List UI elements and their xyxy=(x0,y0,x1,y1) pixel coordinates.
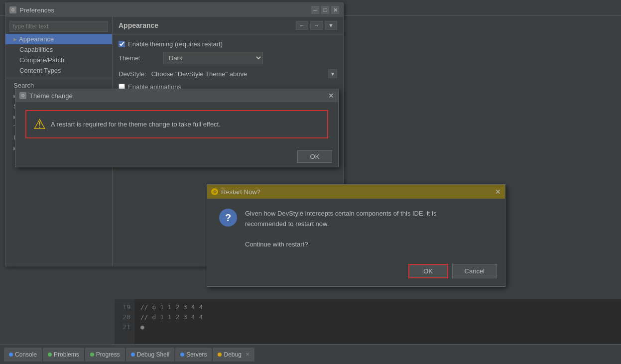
pref-back-button[interactable]: ← xyxy=(296,21,308,30)
tab-progress[interactable]: Progress xyxy=(85,348,125,362)
problems-dot-icon xyxy=(48,353,52,357)
sidebar-item-search-label: Search xyxy=(13,82,34,89)
pref-forward-button[interactable]: → xyxy=(310,21,323,30)
devstyle-value: Choose "DevStyle Theme" above xyxy=(151,70,248,78)
restart-title-left: ⚙ Restart Now? xyxy=(211,188,260,196)
sidebar-item-capabilities-label: Capabilities xyxy=(19,46,53,53)
enable-theming-label: Enable theming (requires restart) xyxy=(128,40,223,48)
window-controls: ─ □ ✕ xyxy=(311,6,339,14)
tab-progress-label: Progress xyxy=(96,351,120,358)
restart-close-button[interactable]: ✕ xyxy=(495,188,501,196)
theme-change-icon: ⚙ xyxy=(19,92,26,99)
warning-text: A restart is required for the theme chan… xyxy=(51,121,221,128)
sidebar-item-capabilities[interactable]: Capabilities xyxy=(5,44,112,55)
search-area xyxy=(5,19,112,34)
console-dot-icon xyxy=(9,353,13,357)
line-numbers: 19 20 21 xyxy=(115,299,134,344)
tab-debug-close-icon[interactable]: ✕ xyxy=(246,352,249,357)
expand-arrow-icon: ▶ xyxy=(13,37,17,42)
restart-gear-icon: ⚙ xyxy=(211,188,218,195)
minimize-button[interactable]: ─ xyxy=(311,6,319,14)
restart-text: Given how DevStyle intercepts certain co… xyxy=(245,209,436,250)
sidebar-item-content-types[interactable]: Content Types xyxy=(5,65,112,76)
theme-change-title: Theme change xyxy=(29,92,73,100)
pref-header: Appearance ← → ▼ xyxy=(113,17,343,34)
restart-line3: Continue with restart? xyxy=(245,240,436,250)
close-window-button[interactable]: ✕ xyxy=(331,6,339,14)
warning-box: ⚠ A restart is required for the theme ch… xyxy=(25,110,328,138)
debug-dot-icon xyxy=(218,353,222,357)
enable-theming-row: Enable theming (requires restart) xyxy=(119,40,337,48)
scroll-down-button[interactable]: ▼ xyxy=(328,69,337,78)
question-mark-icon: ? xyxy=(219,209,237,227)
preferences-title-left: ⚙ Preferences xyxy=(9,6,54,14)
restart-title: Restart Now? xyxy=(221,188,260,196)
maximize-button[interactable]: □ xyxy=(321,6,329,14)
pref-dropdown-button[interactable]: ▼ xyxy=(325,21,337,30)
tab-problems-label: Problems xyxy=(54,351,79,358)
theme-row: Theme: Dark Light Default xyxy=(119,52,337,64)
restart-titlebar: ⚙ Restart Now? ✕ xyxy=(207,185,505,199)
theme-select[interactable]: Dark Light Default xyxy=(163,52,263,64)
theme-change-dialog: ⚙ Theme change ✕ ⚠ A restart is required… xyxy=(15,89,339,167)
servers-dot-icon xyxy=(180,353,184,357)
restart-footer: OK Cancel xyxy=(207,260,505,286)
devstyle-label: DevStyle: xyxy=(119,70,146,78)
tab-debug-shell-label: Debug Shell xyxy=(137,351,169,358)
theme-change-close-button[interactable]: ✕ xyxy=(328,92,334,100)
progress-dot-icon xyxy=(90,353,94,357)
code-editor: 19 20 21 // o 1 1 2 3 4 4 // d 1 1 2 3 4… xyxy=(115,299,621,344)
warning-triangle-icon: ⚠ xyxy=(33,116,46,132)
restart-line2: recommended to restart now. xyxy=(245,219,436,230)
enable-theming-checkbox[interactable] xyxy=(119,41,125,47)
theme-label: Theme: xyxy=(119,54,158,62)
restart-ok-button[interactable]: OK xyxy=(408,264,448,278)
theme-change-title-left: ⚙ Theme change xyxy=(19,92,73,100)
sidebar-item-content-types-label: Content Types xyxy=(19,67,61,74)
tab-servers-label: Servers xyxy=(186,351,207,358)
code-content: // o 1 1 2 3 4 4 // d 1 1 2 3 4 4 ● xyxy=(134,299,209,344)
preferences-titlebar: ⚙ Preferences ─ □ ✕ xyxy=(5,3,343,17)
devstyle-row: DevStyle: Choose "DevStyle Theme" above … xyxy=(119,69,337,78)
tab-servers[interactable]: Servers xyxy=(175,348,212,362)
tab-debug-shell[interactable]: Debug Shell xyxy=(126,348,174,362)
sidebar-item-compare-patch-label: Compare/Patch xyxy=(19,56,64,64)
theme-change-ok-button[interactable]: OK xyxy=(297,150,332,163)
restart-body: ? Given how DevStyle intercepts certain … xyxy=(207,199,505,260)
preferences-title: Preferences xyxy=(19,6,54,14)
debug-shell-dot-icon xyxy=(131,353,135,357)
tab-problems[interactable]: Problems xyxy=(43,348,84,362)
preferences-window-icon: ⚙ xyxy=(9,6,16,13)
restart-cancel-button[interactable]: Cancel xyxy=(452,264,497,278)
pref-section-title: Appearance xyxy=(119,21,158,29)
search-input[interactable] xyxy=(9,21,108,32)
sidebar-item-appearance-label: Appearance xyxy=(19,35,54,43)
theme-change-titlebar: ⚙ Theme change ✕ xyxy=(15,89,338,102)
bottom-tabs-bar: Console Problems Progress Debug Shell Se… xyxy=(0,344,621,364)
theme-change-body: ⚠ A restart is required for the theme ch… xyxy=(15,102,338,146)
pref-nav-buttons: ← → ▼ xyxy=(296,21,337,30)
restart-line1: Given how DevStyle intercepts certain co… xyxy=(245,209,436,219)
tab-debug-label: Debug xyxy=(224,351,241,358)
sidebar-item-compare-patch[interactable]: Compare/Patch xyxy=(5,55,112,65)
restart-dialog: ⚙ Restart Now? ✕ ? Given how DevStyle in… xyxy=(207,184,505,287)
tab-console-label: Console xyxy=(15,351,37,358)
tab-debug[interactable]: Debug ✕ xyxy=(213,348,254,362)
tab-console[interactable]: Console xyxy=(4,348,42,362)
theme-change-footer: OK xyxy=(15,146,338,167)
sidebar-item-appearance[interactable]: ▶ Appearance xyxy=(5,34,112,44)
sidebar-separator xyxy=(5,78,112,78)
